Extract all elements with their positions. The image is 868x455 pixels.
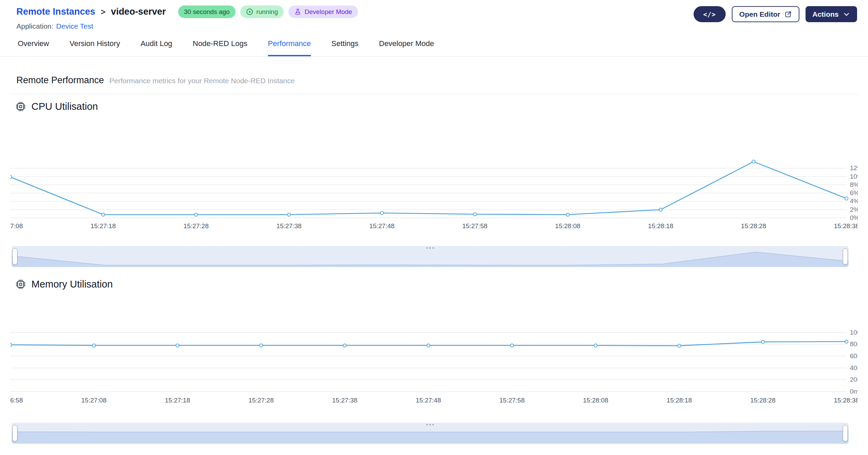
memory-chart-range-slider[interactable] bbox=[12, 423, 849, 444]
header-actions: </> Open Editor Actions bbox=[694, 6, 857, 22]
svg-text:7:08: 7:08 bbox=[10, 222, 23, 230]
application-row: Application:Device Test bbox=[16, 22, 358, 30]
main-content: Remote Performance Performance metrics f… bbox=[0, 75, 868, 444]
cpu-brush-handle-right[interactable] bbox=[843, 248, 848, 265]
svg-text:15:28:18: 15:28:18 bbox=[648, 222, 673, 230]
memory-brush-drag-dots-icon[interactable] bbox=[426, 424, 434, 425]
chart-line bbox=[10, 162, 846, 215]
developer-mode-badge: Developer Mode bbox=[288, 5, 358, 18]
memory-chip-icon bbox=[15, 279, 26, 290]
cpu-chart-range-slider[interactable] bbox=[12, 246, 849, 267]
actions-button[interactable]: Actions bbox=[806, 6, 857, 22]
svg-text:15:27:58: 15:27:58 bbox=[462, 222, 487, 230]
x-axis-labels: 7:0815:27:1815:27:2815:27:3815:27:4815:2… bbox=[10, 222, 858, 230]
svg-text:10%: 10% bbox=[850, 173, 858, 180]
memory-utilisation-chart: 0mb20mb40mb60mb80mb100mb6:5815:27:0815:2… bbox=[10, 294, 868, 403]
svg-text:15:27:28: 15:27:28 bbox=[183, 222, 209, 230]
svg-text:4%: 4% bbox=[850, 197, 858, 205]
breadcrumb: Remote Instances > video-server 30 secon… bbox=[16, 5, 358, 18]
y-axis-labels: 0%2%4%6%8%10%12% bbox=[850, 164, 858, 221]
y-axis-labels: 0mb20mb40mb60mb80mb100mb bbox=[850, 329, 858, 395]
svg-text:15:27:28: 15:27:28 bbox=[248, 397, 274, 403]
status-badge: running bbox=[240, 5, 284, 18]
memory-brush-preview bbox=[12, 423, 849, 444]
memory-section-header: Memory Utilisation bbox=[0, 277, 868, 291]
tab-overview[interactable]: Overview bbox=[18, 39, 49, 56]
svg-text:15:28:08: 15:28:08 bbox=[583, 397, 608, 403]
svg-text:15:28:08: 15:28:08 bbox=[555, 222, 580, 230]
open-editor-button[interactable]: Open Editor bbox=[732, 6, 799, 22]
tab-node-red-logs[interactable]: Node-RED Logs bbox=[193, 39, 247, 56]
svg-text:15:27:38: 15:27:38 bbox=[332, 397, 357, 403]
svg-text:20mb: 20mb bbox=[850, 376, 858, 383]
cpu-utilisation-section: CPU Utilisation 0%2%4%6%8%10%12%7:0815:2… bbox=[0, 100, 868, 267]
memory-utilisation-section: Memory Utilisation 0mb20mb40mb60mb80mb10… bbox=[0, 277, 868, 444]
open-editor-label: Open Editor bbox=[739, 10, 780, 18]
breadcrumb-instance-name: video-server bbox=[111, 6, 166, 17]
header-left: Remote Instances > video-server 30 secon… bbox=[16, 5, 358, 30]
application-link[interactable]: Device Test bbox=[56, 22, 93, 30]
cpu-utilisation-chart: 0%2%4%6%8%10%12%7:0815:27:1815:27:2815:2… bbox=[10, 116, 868, 234]
svg-text:15:27:48: 15:27:48 bbox=[416, 397, 441, 403]
svg-text:15:27:48: 15:27:48 bbox=[369, 222, 395, 230]
svg-text:0mb: 0mb bbox=[850, 388, 858, 395]
code-icon: </> bbox=[703, 11, 716, 18]
beaker-icon bbox=[294, 8, 301, 15]
tab-performance[interactable]: Performance bbox=[268, 39, 311, 56]
tab-audit-log[interactable]: Audit Log bbox=[141, 39, 172, 56]
svg-text:40mb: 40mb bbox=[850, 364, 858, 371]
page-subtitle: Performance metrics for your Remote Node… bbox=[110, 77, 295, 85]
svg-text:2%: 2% bbox=[850, 206, 858, 213]
svg-text:6%: 6% bbox=[850, 189, 858, 196]
page-header: Remote Instances > video-server 30 secon… bbox=[0, 0, 868, 30]
svg-text:15:27:18: 15:27:18 bbox=[90, 222, 116, 230]
svg-text:15:27:58: 15:27:58 bbox=[499, 397, 525, 403]
cpu-brush-handle-left[interactable] bbox=[12, 248, 17, 265]
badge-group: 30 seconds ago running Developer Mode bbox=[178, 5, 358, 18]
cpu-brush-drag-dots-icon[interactable] bbox=[426, 247, 434, 249]
cpu-section-title: CPU Utilisation bbox=[31, 101, 98, 112]
svg-text:6:58: 6:58 bbox=[10, 397, 23, 403]
tab-settings[interactable]: Settings bbox=[331, 39, 359, 56]
section-divider bbox=[10, 94, 858, 94]
developer-mode-badge-label: Developer Mode bbox=[304, 8, 352, 16]
play-circle-icon bbox=[246, 8, 253, 15]
gridlines bbox=[10, 168, 846, 218]
page-title: Remote Performance bbox=[16, 75, 104, 86]
svg-text:15:27:08: 15:27:08 bbox=[81, 397, 106, 403]
developer-mode-toggle[interactable]: </> bbox=[694, 6, 726, 22]
actions-label: Actions bbox=[812, 10, 839, 18]
svg-text:8%: 8% bbox=[850, 181, 858, 188]
cpu-section-header: CPU Utilisation bbox=[0, 100, 868, 113]
breadcrumb-separator: > bbox=[101, 7, 105, 17]
last-seen-badge: 30 seconds ago bbox=[178, 5, 236, 18]
cpu-brush-preview bbox=[12, 246, 849, 267]
status-badge-label: running bbox=[256, 8, 278, 16]
page-head: Remote Performance Performance metrics f… bbox=[0, 75, 868, 86]
svg-text:15:28:18: 15:28:18 bbox=[667, 397, 692, 403]
svg-text:15:28:28: 15:28:28 bbox=[750, 397, 775, 403]
svg-text:12%: 12% bbox=[850, 164, 858, 172]
svg-text:80mb: 80mb bbox=[850, 340, 858, 348]
memory-utilisation-chart-svg: 0mb20mb40mb60mb80mb100mb6:5815:27:0815:2… bbox=[10, 294, 858, 403]
svg-text:100mb: 100mb bbox=[850, 329, 858, 336]
memory-brush-handle-right[interactable] bbox=[843, 425, 848, 441]
svg-text:15:27:18: 15:27:18 bbox=[165, 397, 190, 403]
svg-text:15:27:38: 15:27:38 bbox=[276, 222, 302, 230]
breadcrumb-remote-instances-link[interactable]: Remote Instances bbox=[16, 6, 95, 17]
cpu-utilisation-chart-svg: 0%2%4%6%8%10%12%7:0815:27:1815:27:2815:2… bbox=[10, 116, 858, 234]
x-axis-labels: 6:5815:27:0815:27:1815:27:2815:27:3815:2… bbox=[10, 397, 858, 403]
tab-bar: Overview Version History Audit Log Node-… bbox=[0, 32, 868, 57]
application-label: Application: bbox=[16, 22, 54, 30]
svg-text:15:28:38: 15:28:38 bbox=[834, 222, 858, 230]
memory-section-title: Memory Utilisation bbox=[31, 279, 113, 290]
chevron-down-icon bbox=[843, 11, 850, 18]
svg-text:15:28:38: 15:28:38 bbox=[834, 397, 858, 403]
svg-text:0%: 0% bbox=[850, 214, 858, 221]
tab-version-history[interactable]: Version History bbox=[70, 39, 120, 56]
svg-text:60mb: 60mb bbox=[850, 352, 858, 359]
tab-developer-mode[interactable]: Developer Mode bbox=[379, 39, 434, 56]
gridlines bbox=[10, 333, 846, 392]
memory-brush-handle-left[interactable] bbox=[12, 425, 17, 441]
svg-text:15:28:28: 15:28:28 bbox=[741, 222, 766, 230]
